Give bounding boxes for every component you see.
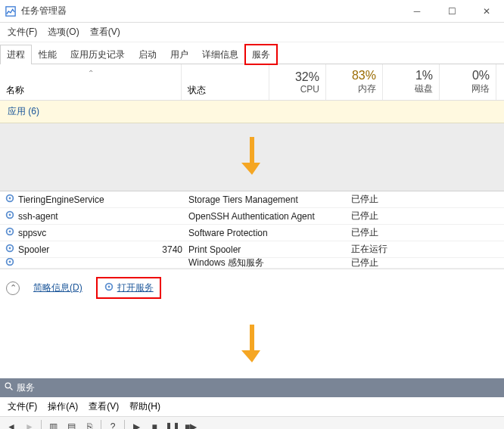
gear-icon (5, 258, 15, 269)
col-name[interactable]: ⌃ 名称 (0, 64, 182, 100)
svg-point-2 (9, 197, 11, 200)
stop-button[interactable]: ■ (146, 418, 163, 430)
menu-file[interactable]: 文件(F) (3, 399, 42, 415)
gear-icon (5, 243, 15, 256)
svg-point-13 (5, 383, 11, 388)
column-headers: ⌃ 名称 状态 32% CPU 83% 内存 1% 磁盘 0% 网络 (0, 64, 504, 101)
taskmgr-icon (5, 5, 17, 17)
col-network[interactable]: 0% 网络 (440, 64, 496, 100)
svg-point-6 (9, 231, 11, 233)
menubar: 文件(F) 选项(O) 查看(V) (0, 23, 504, 42)
export-list-button[interactable]: ⎘ (81, 418, 98, 430)
table-row[interactable]: sppsvc Software Protection 已停止 (0, 225, 504, 241)
menu-view[interactable]: 查看(V) (86, 24, 125, 40)
col-cpu[interactable]: 32% CPU (269, 64, 326, 100)
col-memory[interactable]: 83% 内存 (326, 64, 383, 100)
footer-bar: ⌃ 简略信息(D) 打开服务 (0, 269, 504, 311)
services-menubar: 文件(F) 操作(A) 查看(V) 帮助(H) (0, 397, 504, 417)
back-button[interactable]: ◄ (3, 418, 20, 430)
tab-startup[interactable]: 启动 (132, 45, 163, 64)
table-row[interactable]: ssh-agent OpenSSH Authentication Agent 已… (0, 208, 504, 225)
svg-point-8 (9, 247, 11, 250)
search-icon (5, 382, 14, 393)
guide-arrow-2 (0, 311, 504, 378)
tab-apphistory[interactable]: 应用历史记录 (64, 45, 132, 64)
table-row[interactable]: Windows 感知服务 已停止 (0, 258, 504, 269)
brief-info-link[interactable]: 简略信息(D) (33, 281, 82, 294)
sort-caret-icon: ⌃ (88, 69, 94, 77)
maximize-button[interactable]: ☐ (434, 0, 469, 23)
menu-options[interactable]: 选项(O) (43, 24, 83, 40)
window-title: 任务管理器 (21, 5, 400, 17)
tab-processes[interactable]: 进程 (0, 45, 32, 64)
gear-icon (5, 193, 15, 206)
tab-performance[interactable]: 性能 (32, 45, 64, 64)
show-hide-tree-button[interactable]: ▥ (45, 418, 61, 430)
properties-button[interactable]: ▤ (63, 418, 79, 430)
table-row[interactable]: TieringEngineService Storage Tiers Manag… (0, 191, 504, 208)
gear-icon (5, 226, 15, 239)
help-button[interactable]: ? (104, 418, 121, 430)
apps-group[interactable]: 应用 (6) (0, 101, 504, 123)
close-button[interactable]: ✕ (469, 0, 504, 23)
menu-file[interactable]: 文件(F) (3, 24, 42, 40)
tab-details[interactable]: 详细信息 (195, 45, 245, 64)
collapse-icon[interactable]: ⌃ (6, 281, 20, 295)
table-row[interactable]: Spooler 3740 Print Spooler 正在运行 (0, 241, 504, 258)
gear-icon (104, 281, 114, 294)
col-disk[interactable]: 1% 磁盘 (383, 64, 440, 100)
svg-point-4 (9, 214, 11, 216)
tab-users[interactable]: 用户 (163, 45, 195, 64)
col-status[interactable]: 状态 (182, 64, 269, 100)
start-button[interactable]: ▶ (128, 418, 145, 430)
forward-button[interactable]: ► (21, 418, 38, 430)
svg-line-14 (11, 388, 13, 390)
guide-arrow-1 (0, 123, 504, 191)
open-services-button[interactable]: 打开服务 (96, 277, 161, 299)
gear-icon (5, 210, 15, 222)
services-toolbar: ◄ ► ▥ ▤ ⎘ ? ▶ ■ ❚❚ ■▶ (0, 417, 504, 429)
services-window-title: 服务 (17, 381, 35, 394)
window-controls: ─ ☐ ✕ (400, 0, 504, 23)
services-titlebar: 服务 (0, 378, 504, 397)
tab-services[interactable]: 服务 (245, 45, 277, 64)
svg-point-12 (107, 286, 110, 288)
svg-point-10 (9, 261, 11, 263)
process-table: TieringEngineService Storage Tiers Manag… (0, 191, 504, 269)
minimize-button[interactable]: ─ (400, 0, 434, 23)
menu-help[interactable]: 帮助(H) (125, 399, 165, 415)
menu-action[interactable]: 操作(A) (43, 399, 82, 415)
titlebar: 任务管理器 ─ ☐ ✕ (0, 0, 504, 23)
pause-button[interactable]: ❚❚ (164, 418, 181, 430)
tabs: 进程 性能 应用历史记录 启动 用户 详细信息 服务 (0, 42, 504, 64)
menu-view[interactable]: 查看(V) (84, 399, 123, 415)
restart-button[interactable]: ■▶ (182, 418, 199, 430)
